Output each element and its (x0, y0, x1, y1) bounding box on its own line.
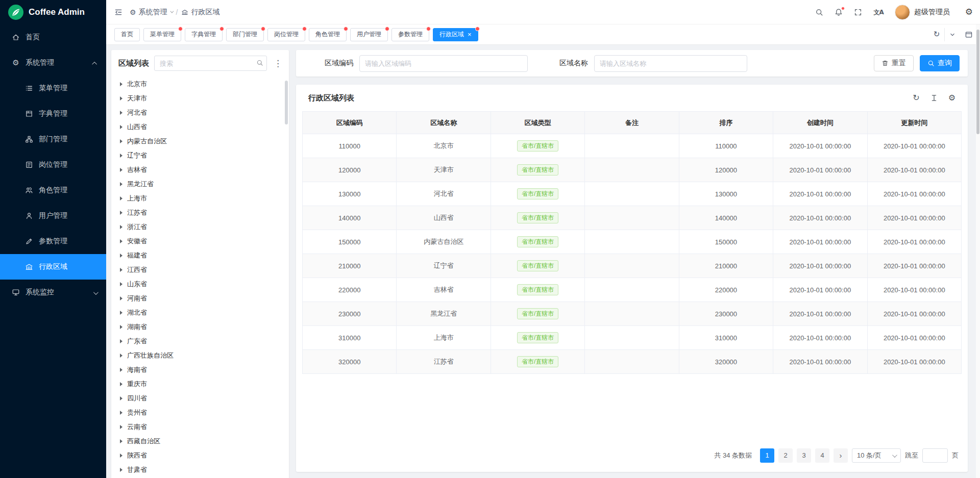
tree-node[interactable]: 四川省 (111, 391, 289, 406)
search-icon[interactable] (815, 8, 823, 16)
tree-node[interactable]: 浙江省 (111, 220, 289, 234)
caret-right-icon[interactable] (120, 254, 122, 258)
caret-right-icon[interactable] (120, 454, 122, 458)
caret-right-icon[interactable] (120, 439, 122, 443)
page-button[interactable]: 1 (760, 448, 774, 463)
caret-right-icon[interactable] (120, 425, 122, 429)
tree-node[interactable]: 福建省 (111, 248, 289, 263)
sidebar-item-user-mgmt[interactable]: 用户管理 (0, 203, 106, 229)
tab-close-icon[interactable] (468, 31, 472, 38)
caret-right-icon[interactable] (120, 225, 122, 229)
tree-node[interactable]: 辽宁省 (111, 148, 289, 163)
user-menu[interactable]: 超级管理员 (895, 5, 950, 20)
tree-node[interactable]: 西藏自治区 (111, 434, 289, 448)
caret-right-icon[interactable] (120, 411, 122, 415)
search-icon[interactable] (256, 59, 263, 66)
caret-right-icon[interactable] (120, 468, 122, 472)
caret-right-icon[interactable] (120, 368, 122, 372)
next-page-button[interactable]: › (834, 448, 848, 463)
avatar[interactable] (895, 5, 910, 20)
nav-tab[interactable]: 角色管理 (309, 28, 347, 41)
caret-right-icon[interactable] (120, 82, 122, 86)
refresh-icon[interactable]: ↻ (913, 94, 919, 102)
caret-right-icon[interactable] (120, 96, 122, 100)
nav-tab[interactable]: 行政区域 (433, 28, 478, 41)
tree-node[interactable]: 湖南省 (111, 320, 289, 334)
tree-node[interactable]: 河北省 (111, 106, 289, 120)
tree-node[interactable]: 湖北省 (111, 306, 289, 320)
tree-node[interactable]: 陕西省 (111, 448, 289, 463)
caret-right-icon[interactable] (120, 111, 122, 115)
notification-bell-icon[interactable] (835, 8, 843, 16)
tree-node[interactable]: 上海市 (111, 191, 289, 206)
region-name-input[interactable] (594, 55, 747, 72)
tree-node[interactable]: 贵州省 (111, 406, 289, 420)
tree-node[interactable]: 甘肃省 (111, 463, 289, 477)
tree-search-input[interactable] (154, 56, 267, 71)
search-button[interactable]: 查询 (920, 55, 960, 71)
page-scrollbar-thumb[interactable] (976, 30, 979, 134)
caret-right-icon[interactable] (120, 382, 122, 386)
breadcrumb-system[interactable]: ⚙ 系统管理 (130, 8, 173, 17)
caret-right-icon[interactable] (120, 268, 122, 272)
caret-right-icon[interactable] (120, 282, 122, 286)
tree-node[interactable]: 河南省 (111, 291, 289, 306)
nav-tab[interactable]: 岗位管理 (267, 28, 305, 41)
page-scrollbar[interactable] (976, 24, 980, 478)
tree-node[interactable]: 云南省 (111, 420, 289, 434)
caret-right-icon[interactable] (120, 154, 122, 158)
caret-right-icon[interactable] (120, 396, 122, 400)
tree-node[interactable]: 山东省 (111, 277, 289, 291)
tree-node[interactable]: 吉林省 (111, 163, 289, 177)
tree-node[interactable]: 江西省 (111, 263, 289, 277)
sidebar-item-monitor[interactable]: 系统监控 (0, 280, 106, 305)
tree-node[interactable]: 广西壮族自治区 (111, 348, 289, 363)
tree-node[interactable]: 广东省 (111, 334, 289, 348)
sidebar-item-home[interactable]: 首页 (0, 24, 106, 50)
tree-node[interactable]: 重庆市 (111, 377, 289, 391)
caret-right-icon[interactable] (120, 211, 122, 215)
tree-node[interactable]: 海南省 (111, 363, 289, 377)
nav-tab[interactable]: 字典管理 (185, 28, 223, 41)
page-button[interactable]: 2 (778, 448, 793, 463)
nav-tab[interactable]: 部门管理 (226, 28, 264, 41)
page-button[interactable]: 3 (797, 448, 811, 463)
tree-node[interactable]: 江苏省 (111, 206, 289, 220)
reset-button[interactable]: 重置 (874, 55, 914, 71)
caret-right-icon[interactable] (120, 354, 122, 358)
caret-right-icon[interactable] (120, 339, 122, 343)
nav-tab[interactable]: 首页 (114, 28, 140, 41)
fullscreen-icon[interactable] (854, 8, 862, 16)
row-height-icon[interactable] (930, 94, 938, 102)
nav-tab[interactable]: 菜单管理 (143, 28, 181, 41)
caret-right-icon[interactable] (120, 296, 122, 300)
caret-right-icon[interactable] (120, 182, 122, 186)
theme-settings-icon[interactable]: ⚙ (965, 8, 973, 16)
more-options-icon[interactable]: ⋮ (272, 59, 284, 68)
translate-icon[interactable]: 文A (873, 9, 883, 15)
caret-right-icon[interactable] (120, 239, 122, 243)
sidebar-item-post-mgmt[interactable]: 岗位管理 (0, 152, 106, 178)
tab-options-chevron-icon[interactable] (944, 28, 960, 41)
nav-tab[interactable]: 用户管理 (350, 28, 388, 41)
caret-right-icon[interactable] (120, 325, 122, 329)
column-settings-gear-icon[interactable]: ⚙ (948, 94, 955, 102)
refresh-icon[interactable]: ↻ (929, 28, 944, 41)
caret-right-icon[interactable] (120, 125, 122, 129)
caret-right-icon[interactable] (120, 311, 122, 315)
region-code-input[interactable] (359, 55, 528, 72)
caret-right-icon[interactable] (120, 196, 122, 200)
sidebar-item-param-mgmt[interactable]: 参数管理 (0, 229, 106, 254)
nav-tab[interactable]: 参数管理 (391, 28, 429, 41)
page-button[interactable]: 4 (815, 448, 829, 463)
tree-node[interactable]: 北京市 (111, 77, 289, 91)
caret-right-icon[interactable] (120, 168, 122, 172)
tree-node[interactable]: 山西省 (111, 120, 289, 134)
sidebar-item-region[interactable]: 行政区域 (0, 254, 106, 280)
page-size-select[interactable]: 10 条/页 (852, 448, 901, 463)
tree-node[interactable]: 天津市 (111, 91, 289, 106)
sidebar-item-system[interactable]: ⚙ 系统管理 (0, 50, 106, 76)
tree-node[interactable]: 内蒙古自治区 (111, 134, 289, 148)
jump-page-input[interactable] (922, 448, 948, 463)
sidebar-item-dept-mgmt[interactable]: 部门管理 (0, 127, 106, 152)
